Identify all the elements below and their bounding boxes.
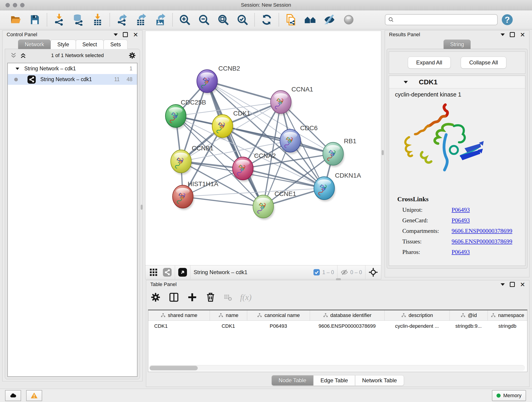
tab-string[interactable]: String [443, 40, 471, 49]
bottom-splitter-handle[interactable] [336, 278, 341, 280]
panel-float-icon[interactable] [123, 32, 128, 37]
network-node-CDKN1A[interactable]: CDKN1A [314, 172, 361, 201]
column-header[interactable]: @id [450, 310, 488, 320]
share-view-icon[interactable] [163, 268, 172, 277]
horizontal-scrollbar[interactable] [149, 365, 525, 371]
cloud-status-button[interactable] [5, 390, 21, 401]
pharos-link[interactable]: P06493 [452, 249, 470, 255]
birdseye-view-icon[interactable] [178, 268, 187, 277]
network-view-title: String Network – cdk1 [194, 269, 247, 275]
collapse-all-button[interactable]: Collapse All [461, 57, 506, 69]
zoom-in-button[interactable] [178, 13, 191, 26]
uniprot-link[interactable]: P06493 [452, 206, 470, 213]
panel-close-icon[interactable]: ✕ [520, 281, 525, 288]
scrollbar-thumb[interactable] [150, 366, 198, 370]
network-node-CCNA1[interactable]: CCNA1 [271, 86, 313, 115]
refresh-button[interactable] [260, 13, 273, 26]
network-collection-row[interactable]: String Network – cdk1 1 [8, 63, 137, 74]
homes-icon-button[interactable] [304, 13, 317, 26]
node-label-RB1: RB1 [344, 138, 356, 145]
open-session-button[interactable] [9, 13, 22, 26]
panel-float-icon[interactable] [510, 282, 515, 287]
export-network-button[interactable] [115, 13, 128, 26]
network-view-canvas[interactable]: CCNB2CCNA1CDC25BCDK1CDC6RB1CCNB1CCNA2CDK… [145, 31, 381, 265]
gene-header[interactable]: CDK1 [389, 76, 525, 89]
hide-details-eye-button[interactable] [323, 13, 336, 26]
delete-column-trash-icon[interactable] [205, 292, 216, 303]
network-row-selected[interactable]: String Network – cdk1 11 48 [8, 74, 137, 85]
memory-button[interactable]: Memory [492, 390, 526, 401]
left-splitter-handle[interactable] [141, 205, 143, 210]
node-label-CCNB2: CCNB2 [218, 65, 240, 72]
tab-select[interactable]: Select [76, 40, 104, 49]
panel-menu-icon[interactable] [114, 33, 118, 36]
selected-checkbox-icon[interactable] [313, 269, 320, 276]
tab-network-table[interactable]: Network Table [355, 375, 404, 386]
hidden-eye-icon[interactable] [341, 269, 348, 276]
control-panel: Control Panel ✕ Network Style Select Set… [2, 30, 143, 381]
import-table-button[interactable] [91, 13, 104, 26]
column-header[interactable]: description [385, 310, 450, 320]
collapse-all-chevron-icon[interactable] [10, 52, 17, 59]
panel-menu-icon[interactable] [500, 33, 505, 36]
right-splitter-handle[interactable] [382, 150, 384, 155]
column-header[interactable]: canonical name [247, 310, 310, 320]
genecard-link[interactable]: P06493 [452, 217, 470, 224]
detail-orb-button[interactable] [342, 13, 355, 26]
export-table-button[interactable] [134, 13, 148, 26]
import-network-button[interactable] [52, 13, 66, 26]
node-label-CCNA2: CCNA2 [254, 152, 276, 159]
tree-expand-icon[interactable] [16, 68, 19, 70]
network-node-CCNB2[interactable]: CCNB2 [197, 65, 240, 95]
gene-collapse-icon[interactable] [404, 81, 408, 83]
panel-close-icon[interactable]: ✕ [133, 32, 138, 38]
network-node-CCNB1[interactable]: CCNB1 [171, 145, 214, 175]
zoom-fit-button[interactable] [216, 13, 230, 26]
select-columns-icon[interactable] [169, 292, 179, 303]
fit-content-crosshair-icon[interactable] [369, 268, 378, 277]
zoom-selected-button[interactable] [236, 13, 249, 26]
table-panel-header: Table Panel ✕ [146, 280, 529, 288]
column-header[interactable]: database identifier [310, 310, 385, 320]
tab-network[interactable]: Network [18, 40, 51, 49]
panel-menu-icon[interactable] [500, 283, 505, 286]
expand-all-chevron-icon[interactable] [20, 52, 27, 59]
gear-icon[interactable] [128, 51, 136, 59]
export-image-button[interactable] [154, 13, 167, 26]
expand-all-button[interactable]: Expand All [408, 57, 451, 69]
compartments-link[interactable]: 9606.ENSP00000378699 [452, 228, 512, 235]
network-node-CDC25B[interactable]: CDC25B [165, 99, 206, 129]
tab-edge-table[interactable]: Edge Table [313, 375, 355, 386]
search-input[interactable] [394, 17, 497, 23]
duplicate-documents-button[interactable] [284, 13, 298, 26]
warning-status-button[interactable] [26, 390, 42, 401]
column-header[interactable]: name [210, 310, 247, 320]
node-label-CCNE1: CCNE1 [274, 190, 296, 197]
tab-node-table[interactable]: Node Table [272, 375, 313, 386]
network-graph[interactable]: CCNB2CCNA1CDC25BCDK1CDC6RB1CCNB1CCNA2CDK… [146, 31, 381, 265]
network-node-CCNE1[interactable]: CCNE1 [253, 190, 296, 220]
tab-sets[interactable]: Sets [104, 40, 127, 49]
protein-structure-image [392, 99, 491, 191]
column-header[interactable]: shared name [148, 310, 210, 320]
delete-table-icon-disabled [224, 293, 232, 302]
import-network-database-button[interactable] [72, 13, 85, 26]
network-node-CDC6[interactable]: CDC6 [280, 124, 317, 154]
panel-close-icon[interactable]: ✕ [520, 32, 525, 38]
save-session-button[interactable] [28, 13, 41, 26]
node-table: shared name name canonical name database… [148, 310, 527, 372]
table-row[interactable]: CDK1 CDK1 P06493 9606.ENSP00000378699 cy… [148, 321, 527, 332]
grid-view-icon[interactable] [149, 268, 158, 277]
tab-style[interactable]: Style [51, 40, 76, 49]
tissues-link[interactable]: 9606.ENSP00000378699 [452, 238, 512, 245]
node-label-HIST1H1A: HIST1H1A [188, 180, 218, 187]
panel-float-icon[interactable] [510, 32, 515, 37]
zoom-out-button[interactable] [197, 13, 210, 26]
add-column-icon[interactable] [187, 292, 197, 303]
help-button[interactable]: ? [500, 13, 514, 26]
search-box[interactable] [385, 14, 498, 25]
table-gear-icon[interactable] [150, 292, 161, 303]
column-header[interactable]: namespace [488, 310, 527, 320]
network-node-RB1[interactable]: RB1 [323, 138, 356, 167]
gene-name: CDK1 [419, 78, 438, 86]
